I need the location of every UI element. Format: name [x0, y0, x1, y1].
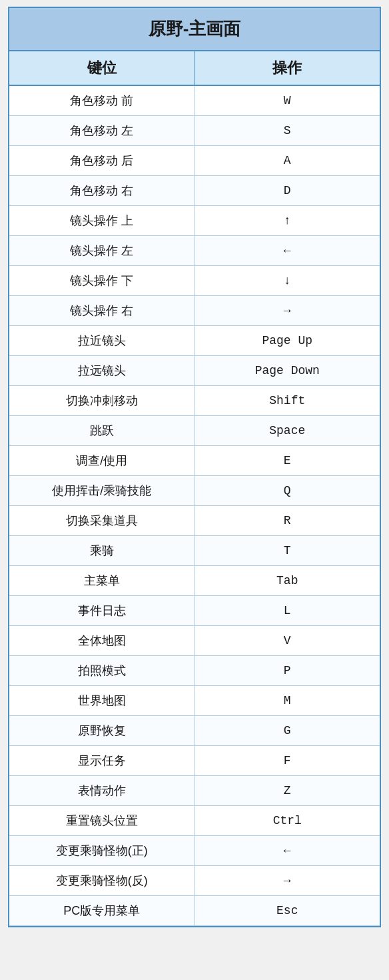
table-row: 镜头操作 下↓: [9, 266, 380, 296]
key-cell: 镜头操作 上: [9, 206, 195, 236]
key-cell: 切换冲刺移动: [9, 386, 195, 416]
table-row: 拉远镜头Page Down: [9, 356, 380, 386]
action-cell: M: [195, 686, 380, 716]
key-cell: 角色移动 前: [9, 85, 195, 116]
table-row: 角色移动 左S: [9, 116, 380, 146]
key-cell: 使用挥击/乘骑技能: [9, 476, 195, 506]
table-row: 变更乘骑怪物(正)←: [9, 836, 380, 866]
table-row: 角色移动 前W: [9, 85, 380, 116]
action-cell: D: [195, 176, 380, 206]
table-row: 原野恢复G: [9, 716, 380, 746]
action-cell: L: [195, 596, 380, 626]
table-row: 表情动作Z: [9, 776, 380, 806]
key-cell: 显示任务: [9, 746, 195, 776]
table-row: 跳跃Space: [9, 416, 380, 446]
action-cell: Tab: [195, 566, 380, 596]
table-row: 切换采集道具R: [9, 506, 380, 536]
action-cell: G: [195, 716, 380, 746]
key-cell: 事件日志: [9, 596, 195, 626]
key-cell: 拍照模式: [9, 656, 195, 686]
table-row: 世界地图M: [9, 686, 380, 716]
key-cell: 镜头操作 下: [9, 266, 195, 296]
key-cell: 世界地图: [9, 686, 195, 716]
key-cell: 变更乘骑怪物(正): [9, 836, 195, 866]
table-row: 使用挥击/乘骑技能Q: [9, 476, 380, 506]
key-cell: 镜头操作 右: [9, 296, 195, 326]
action-cell: ↓: [195, 266, 380, 296]
table-row: 主菜单Tab: [9, 566, 380, 596]
action-cell: Shift: [195, 386, 380, 416]
table-row: 切换冲刺移动Shift: [9, 386, 380, 416]
key-cell: 跳跃: [9, 416, 195, 446]
action-cell: Space: [195, 416, 380, 446]
table-row: 乘骑T: [9, 536, 380, 566]
key-cell: 调查/使用: [9, 446, 195, 476]
action-cell: Z: [195, 776, 380, 806]
table-row: 镜头操作 右→: [9, 296, 380, 326]
table-row: 重置镜头位置Ctrl: [9, 806, 380, 836]
action-cell: Page Down: [195, 356, 380, 386]
action-cell: P: [195, 656, 380, 686]
column-header-row: 键位操作: [9, 51, 380, 85]
action-cell: S: [195, 116, 380, 146]
action-cell: F: [195, 746, 380, 776]
action-cell: ←: [195, 836, 380, 866]
key-cell: 全体地图: [9, 626, 195, 656]
table-row: 镜头操作 左←: [9, 236, 380, 266]
key-cell: 角色移动 右: [9, 176, 195, 206]
action-cell: V: [195, 626, 380, 656]
action-cell: Q: [195, 476, 380, 506]
table-row: 拉近镜头Page Up: [9, 326, 380, 356]
table-row: 全体地图V: [9, 626, 380, 656]
key-cell: 变更乘骑怪物(反): [9, 866, 195, 896]
action-cell: ←: [195, 236, 380, 266]
key-cell: 切换采集道具: [9, 506, 195, 536]
action-cell: Page Up: [195, 326, 380, 356]
table-row: 角色移动 后A: [9, 146, 380, 176]
table-row: 变更乘骑怪物(反)→: [9, 866, 380, 896]
key-cell: 拉远镜头: [9, 356, 195, 386]
key-cell: 角色移动 后: [9, 146, 195, 176]
key-cell: 镜头操作 左: [9, 236, 195, 266]
table-row: 镜头操作 上↑: [9, 206, 380, 236]
action-cell: Ctrl: [195, 806, 380, 836]
table-row: 调查/使用E: [9, 446, 380, 476]
table-row: PC版专用菜单Esc: [9, 896, 380, 926]
action-cell: T: [195, 536, 380, 566]
action-cell: Esc: [195, 896, 380, 926]
key-cell: PC版专用菜单: [9, 896, 195, 926]
key-cell: 乘骑: [9, 536, 195, 566]
action-cell: R: [195, 506, 380, 536]
action-cell: E: [195, 446, 380, 476]
table-row: 显示任务F: [9, 746, 380, 776]
table-row: 拍照模式P: [9, 656, 380, 686]
action-column-header: 操作: [195, 51, 380, 85]
key-cell: 原野恢复: [9, 716, 195, 746]
key-cell: 角色移动 左: [9, 116, 195, 146]
action-cell: W: [195, 85, 380, 116]
key-cell: 表情动作: [9, 776, 195, 806]
page-title: 原野-主画面: [9, 8, 380, 51]
action-cell: A: [195, 146, 380, 176]
key-cell: 拉近镜头: [9, 326, 195, 356]
action-cell: →: [195, 866, 380, 896]
key-column-header: 键位: [9, 51, 195, 85]
table-row: 角色移动 右D: [9, 176, 380, 206]
keybinding-table: 原野-主画面键位操作角色移动 前W角色移动 左S角色移动 后A角色移动 右D镜头…: [8, 7, 381, 927]
table-row: 事件日志L: [9, 596, 380, 626]
action-cell: ↑: [195, 206, 380, 236]
action-cell: →: [195, 296, 380, 326]
title-row: 原野-主画面: [9, 8, 380, 51]
key-cell: 主菜单: [9, 566, 195, 596]
key-cell: 重置镜头位置: [9, 806, 195, 836]
